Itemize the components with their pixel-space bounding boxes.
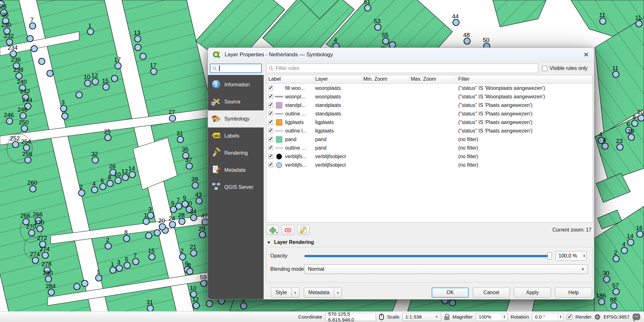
rule-checkbox[interactable] [268, 163, 273, 167]
rule-filter: ("status" IS 'Plaats aangewezen') [456, 101, 592, 109]
metadata-split-button[interactable]: Metadata ▾ [304, 288, 342, 298]
opacity-label: Opacity [270, 253, 304, 259]
rules-table[interactable]: LabelLayerMin. ZoomMax. ZoomFilter fill … [266, 75, 593, 222]
sidebar-item-qgis-server[interactable]: QGIS Server [208, 179, 264, 196]
map-marker-label: 39 [627, 128, 634, 134]
rule-row[interactable]: fill woo...woonplaats("status" IS 'Woonp… [266, 84, 592, 92]
rule-checkbox[interactable] [268, 137, 273, 142]
rule-max-zoom [409, 118, 456, 127]
layer-rendering-collapse[interactable]: ▼ Layer Rendering [267, 239, 594, 245]
map-marker [48, 289, 54, 295]
map-marker [365, 5, 371, 11]
rule-checkbox[interactable] [268, 154, 273, 159]
map-marker-label: 51 [364, 0, 370, 5]
coordinate-input[interactable]: 570.125,5 6.815.948,0 [325, 313, 376, 321]
opacity-slider-handle[interactable] [547, 252, 552, 260]
spinner-arrows-icon[interactable]: ▲▼ [582, 252, 586, 260]
style-button[interactable]: Style [271, 288, 292, 298]
style-dropdown-arrow[interactable]: ▾ [292, 288, 299, 298]
scale-select[interactable]: 1:1.538 ▼ [403, 313, 441, 321]
dialog-titlebar[interactable]: Layer Properties - Netherlands — Symbolo… [208, 48, 594, 62]
rule-row[interactable]: verblijfs...verblijfsobject(no filter) [266, 152, 592, 161]
rule-row[interactable]: verblijfs...verblijfsobject(no filter) [266, 161, 592, 169]
map-marker [129, 171, 135, 178]
sidebar-item-information[interactable]: iInformation [208, 76, 264, 93]
cancel-button[interactable]: Cancel [473, 288, 510, 298]
column-header-filter[interactable]: Filter [456, 75, 592, 84]
map-marker [92, 78, 98, 85]
metadata-button[interactable]: Metadata [304, 288, 335, 298]
rule-checkbox[interactable] [268, 111, 273, 116]
current-zoom-label: Current zoom: 17 [552, 227, 592, 233]
rule-row[interactable]: pandpand(no filter) [266, 135, 592, 144]
rule-checkbox[interactable] [268, 146, 273, 150]
column-header-min-zoom[interactable]: Min. Zoom [361, 75, 409, 84]
rule-row[interactable]: outline l...ligplaats("status" IS 'Plaat… [266, 127, 592, 135]
column-header-max-zoom[interactable]: Max. Zoom [409, 75, 456, 84]
remove-rule-button[interactable] [282, 225, 294, 235]
rule-filter: (no filter) [456, 144, 592, 152]
map-marker-label: 10 [84, 74, 90, 80]
mouse-extents-icon[interactable] [379, 314, 384, 320]
visible-rules-checkbox[interactable] [542, 66, 547, 71]
rule-row[interactable]: outline ...pand(no filter) [266, 144, 592, 152]
rule-layer: verblijfsobject [313, 152, 361, 161]
spinner-arrows-icon[interactable]: ▲▼ [502, 313, 507, 321]
rule-checkbox[interactable] [268, 86, 273, 90]
map-marker [613, 256, 619, 262]
filter-rules-input[interactable]: Filter rules [266, 64, 538, 73]
apply-button[interactable]: Apply [514, 288, 551, 298]
sidebar-item-labels[interactable]: abcLabels [208, 127, 264, 145]
rules-table-header[interactable]: LabelLayerMin. ZoomMax. ZoomFilter [266, 75, 592, 84]
rule-row[interactable]: ligplaatsligplaats("status" IS 'Plaats a… [266, 118, 592, 127]
render-checkbox[interactable] [567, 314, 572, 319]
sidebar-item-source[interactable]: Source [208, 93, 264, 110]
metadata-dropdown-arrow[interactable]: ▾ [334, 288, 342, 298]
sidebar-item-label: QGIS Server [224, 184, 253, 190]
map-marker-label: 1 [97, 269, 100, 275]
map-marker-label: 44 [452, 13, 459, 20]
rule-label: pand [285, 137, 297, 142]
magnifier-spinbox[interactable]: 100% ▲▼ [476, 313, 508, 321]
spinner-arrows-icon[interactable]: ▲▼ [558, 313, 563, 321]
rule-checkbox[interactable] [268, 128, 273, 133]
rule-row[interactable]: outline ...standplaats("status" IS 'Plaa… [266, 109, 592, 118]
lock-icon[interactable] [444, 316, 449, 320]
map-marker-label: 20 [158, 217, 165, 224]
magnifier-label: Magnifier [453, 314, 473, 320]
opacity-spinbox[interactable]: 100,0 % ▲▼ [556, 251, 587, 261]
epsg-label[interactable]: EPSG:3857 [603, 314, 629, 320]
blending-mode-select[interactable]: Normal ▼ [304, 264, 588, 274]
close-icon[interactable]: ✕ [578, 48, 594, 62]
help-button[interactable]: Help [555, 288, 592, 298]
column-header-label[interactable]: Label [266, 75, 313, 84]
rule-row[interactable]: woonpl...woonplaats("status" IS 'Woonpla… [266, 92, 592, 101]
sidebar-item-symbology[interactable]: Symbology [208, 110, 264, 127]
sidebar-search-input[interactable] [210, 64, 262, 73]
map-marker-label: 14 [128, 165, 135, 172]
map-marker [151, 68, 157, 75]
style-split-button[interactable]: Style ▾ [271, 288, 299, 298]
map-marker [60, 105, 67, 112]
opacity-slider[interactable] [304, 251, 552, 261]
rule-checkbox[interactable] [268, 103, 273, 108]
map-marker-label: 186 [596, 292, 606, 299]
rule-filter: (no filter) [456, 161, 592, 169]
rule-row[interactable]: standpl...standplaats("status" IS 'Plaat… [266, 101, 592, 109]
edit-rule-button[interactable] [297, 225, 310, 235]
ok-button[interactable]: OK [432, 288, 469, 298]
map-marker [110, 267, 116, 273]
sidebar-item-metadata[interactable]: Metadata [208, 162, 264, 179]
globe-icon[interactable] [595, 314, 600, 320]
map-marker [23, 145, 30, 151]
rule-checkbox[interactable] [268, 94, 273, 99]
column-header-layer[interactable]: Layer [313, 75, 361, 84]
map-marker [115, 63, 121, 69]
add-rule-button[interactable]: ▾ [266, 225, 279, 235]
rule-checkbox[interactable] [268, 120, 273, 125]
map-marker-label: 31 [146, 299, 153, 306]
sidebar-item-rendering[interactable]: Rendering [208, 145, 264, 162]
rotation-spinbox[interactable]: 0,0 ° ▲▼ [532, 313, 564, 321]
messages-icon[interactable]: ••• [633, 313, 640, 320]
map-marker [103, 84, 109, 90]
